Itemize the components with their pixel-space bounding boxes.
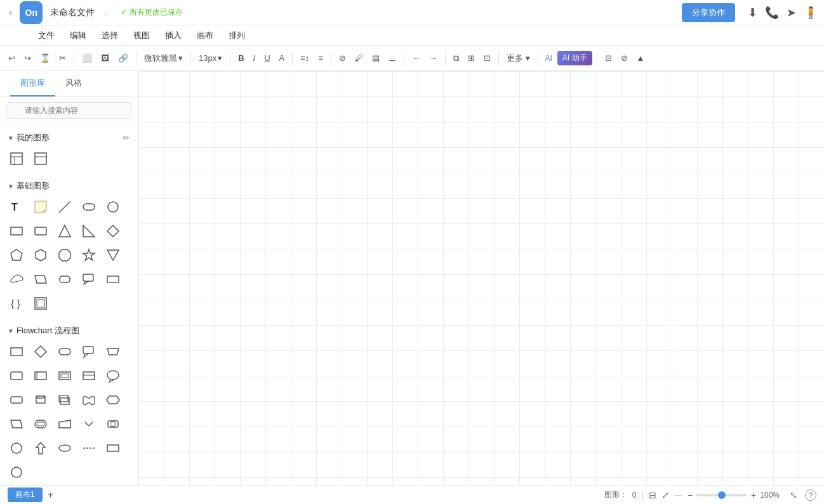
split-button[interactable]: ⊘: [618, 51, 631, 65]
connector-start[interactable]: ←: [409, 51, 423, 65]
highlight-button[interactable]: 🖊: [352, 51, 366, 65]
fc-circle-2[interactable]: [5, 461, 28, 484]
add-canvas-button[interactable]: +: [48, 489, 53, 501]
bold-button[interactable]: B: [235, 51, 247, 65]
flowchart-arrow[interactable]: ▼: [8, 328, 14, 335]
thumbnail-button[interactable]: ⊟: [602, 51, 615, 65]
share-button[interactable]: 分享协作: [682, 3, 735, 22]
basic-shapes-arrow[interactable]: ▼: [8, 183, 14, 190]
shape-star[interactable]: [77, 244, 100, 267]
fc-frame-rect[interactable]: [53, 364, 76, 387]
my-shapes-arrow[interactable]: ▼: [8, 135, 14, 142]
menu-view[interactable]: 视图: [133, 27, 150, 44]
fc-merge[interactable]: [77, 413, 100, 435]
fc-speech-oval[interactable]: [102, 364, 124, 387]
fullscreen-button[interactable]: ⤡: [790, 490, 797, 500]
shape-text[interactable]: T: [5, 196, 28, 218]
shape-speech-bubble[interactable]: [77, 268, 100, 291]
layout-icon-1[interactable]: ⊟: [649, 490, 656, 500]
ai-assistant-button[interactable]: AI 助手: [557, 51, 592, 65]
group-button[interactable]: ⊡: [481, 51, 494, 65]
font-size[interactable]: 13px ▾: [196, 51, 225, 65]
clear-format-button[interactable]: ⊘: [336, 51, 349, 65]
phone-icon[interactable]: 📞: [765, 6, 779, 20]
shape-triangle[interactable]: [53, 220, 76, 242]
underline-button[interactable]: U: [261, 51, 273, 65]
frame-button[interactable]: ⬜: [79, 51, 95, 65]
fc-wave[interactable]: [77, 388, 100, 411]
collapse-button[interactable]: ▲: [634, 51, 648, 65]
fc-database[interactable]: [77, 364, 100, 387]
history-button[interactable]: ⌛: [37, 51, 53, 65]
italic-button[interactable]: I: [250, 51, 259, 65]
zoom-out-icon[interactable]: −: [688, 490, 693, 500]
send-icon[interactable]: ➤: [787, 6, 796, 20]
fc-rounded-2[interactable]: [5, 388, 28, 411]
tab-shape-library[interactable]: 图形库: [10, 71, 55, 96]
fc-dash-line[interactable]: [77, 437, 100, 460]
fc-rounded-alt[interactable]: [5, 364, 28, 387]
shape-circle[interactable]: [102, 196, 124, 218]
menu-select[interactable]: 选择: [102, 27, 118, 44]
menu-file[interactable]: 文件: [38, 27, 55, 44]
fc-trapezoid[interactable]: [102, 340, 124, 363]
shape-parallelogram[interactable]: [29, 268, 52, 291]
shape-rounded-parallelogram[interactable]: [53, 268, 76, 291]
redo-button[interactable]: ↪: [21, 51, 34, 65]
fc-rounded[interactable]: [53, 340, 76, 363]
shape-brace[interactable]: { }: [5, 292, 28, 315]
shape-rounded-square[interactable]: [29, 220, 52, 242]
fc-diamond[interactable]: [29, 340, 52, 363]
search-input[interactable]: [6, 102, 131, 119]
fc-display[interactable]: [102, 413, 124, 435]
tab-style[interactable]: 风格: [55, 71, 92, 96]
my-shape-1[interactable]: [5, 147, 28, 170]
align-button[interactable]: ≡: [315, 51, 326, 65]
canvas-tab-1[interactable]: 画布1: [8, 487, 43, 502]
fc-hexagonal[interactable]: [102, 388, 124, 411]
shape-rectangle[interactable]: [5, 220, 28, 242]
fc-box-3d[interactable]: [53, 388, 76, 411]
my-shape-2[interactable]: [29, 147, 52, 170]
fc-rect-2[interactable]: [102, 437, 124, 460]
dash-button[interactable]: ⚊: [385, 51, 399, 65]
position-button[interactable]: ⊞: [465, 51, 478, 65]
fc-double-rect[interactable]: [29, 364, 52, 387]
star-icon[interactable]: ☆: [102, 8, 110, 18]
font-selector[interactable]: 微软雅黑 ▾: [141, 51, 186, 66]
scissors-button[interactable]: ✂: [56, 51, 69, 65]
fc-circle[interactable]: [5, 437, 28, 460]
zoom-slider[interactable]: [696, 494, 747, 496]
layout-icon-2[interactable]: ⤢: [661, 490, 669, 500]
shape-octagon[interactable]: [53, 244, 76, 267]
image-button[interactable]: 🖼: [98, 51, 112, 65]
user-icon[interactable]: 🧍: [804, 6, 818, 20]
shape-pentagon[interactable]: [5, 244, 28, 267]
fc-cylinder[interactable]: [29, 388, 52, 411]
font-color-button[interactable]: A: [276, 51, 288, 65]
shape-rounded-rect[interactable]: [77, 196, 100, 218]
menu-insert[interactable]: 插入: [165, 27, 182, 44]
shape-banner[interactable]: [102, 268, 124, 291]
menu-canvas[interactable]: 画布: [197, 27, 213, 44]
fc-parallelogram[interactable]: [5, 413, 28, 435]
border-button[interactable]: ▤: [369, 51, 383, 65]
shape-inverted-triangle[interactable]: [102, 244, 124, 267]
my-shapes-edit-icon[interactable]: ✏: [123, 133, 130, 143]
undo-button[interactable]: ↩: [5, 51, 18, 65]
canvas-area[interactable]: [138, 71, 824, 485]
menu-arrange[interactable]: 排列: [229, 27, 245, 44]
fc-double-rounded[interactable]: [29, 413, 52, 435]
download-icon[interactable]: ⬇: [748, 6, 757, 20]
layer-button[interactable]: ⧉: [450, 51, 462, 65]
fc-arrow-up[interactable]: [29, 437, 52, 460]
connector-end[interactable]: →: [426, 51, 441, 65]
shape-hexagon[interactable]: [29, 244, 52, 267]
link-button[interactable]: 🔗: [115, 51, 131, 65]
back-button[interactable]: ‹: [6, 4, 15, 21]
fc-speech[interactable]: [77, 340, 100, 363]
line-height-button[interactable]: ≡↕: [297, 51, 312, 65]
shape-line[interactable]: [53, 196, 76, 218]
zoom-in-icon[interactable]: +: [751, 490, 756, 500]
shape-sticky-note[interactable]: [29, 196, 52, 218]
